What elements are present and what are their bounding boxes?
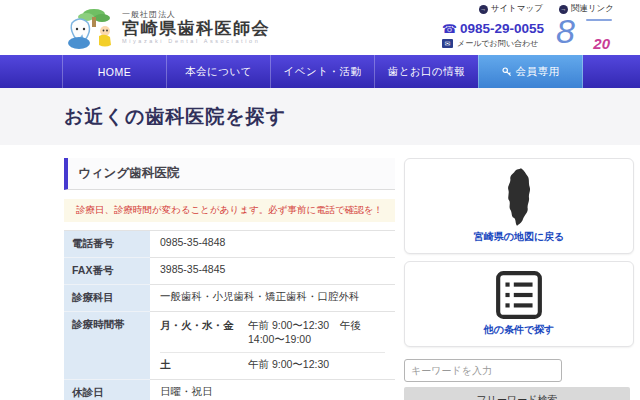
page: 一般社団法人 宮崎県歯科医師会 Miyazaki Dental Associat… — [0, 0, 640, 400]
logo-8020-twenty: 20 — [593, 35, 610, 52]
row-label: 診療科目 — [64, 285, 150, 312]
page-title: お近くの歯科医院を探す — [64, 104, 286, 130]
nav-label: 本会について — [185, 65, 252, 79]
schedule-time: 午前 9:00〜12:30 午後 14:00〜19:00 — [248, 319, 385, 347]
logo-8020-eight: 8 — [556, 12, 575, 51]
phone-link[interactable]: ☎ 0985-29-0055 — [442, 21, 544, 36]
schedule-time: 午前 9:00〜12:30 — [248, 358, 329, 372]
clinic-info-table: 電話番号 0985-35-4848 FAX番号 3985-35-4845 診療科… — [64, 230, 395, 400]
phone-number: 0985-29-0055 — [460, 21, 544, 36]
keyword-input[interactable] — [404, 359, 562, 382]
sitemap-link-label: サイトマップ — [491, 3, 543, 15]
table-row-fax: FAX番号 3985-35-4845 — [64, 258, 395, 285]
nav-label: 会員専用 — [516, 65, 560, 79]
nav-item-home[interactable]: HOME — [62, 55, 166, 88]
row-label: 休診日 — [64, 380, 150, 400]
nav-item-dental-info[interactable]: 歯とお口の情報 — [374, 55, 478, 88]
org-name-en: Miyazaki Dental Association — [122, 38, 270, 44]
key-icon — [502, 67, 512, 77]
table-row-phone: 電話番号 0985-35-4848 — [64, 231, 395, 258]
table-row-departments: 診療科目 一般歯科・小児歯科・矯正歯科・口腔外科 — [64, 285, 395, 312]
nav-label: HOME — [98, 66, 132, 78]
sitemap-link[interactable]: サイトマップ — [479, 3, 543, 15]
mascot-icon — [64, 5, 118, 51]
schedule-days: 土 — [160, 358, 248, 372]
back-to-map-link[interactable]: 宮崎県の地図に戻る — [413, 230, 625, 244]
row-label: 診療時間帯 — [64, 312, 150, 380]
contact-col: ☎ 0985-29-0055 メールでお問い合わせ — [442, 21, 544, 49]
row-value: 3985-35-4845 — [150, 258, 395, 285]
sidebar: 宮崎県の地図に戻る 他の条件で探す フリーワード検索 — [404, 158, 634, 400]
site-logo[interactable]: 一般社団法人 宮崎県歯科医師会 Miyazaki Dental Associat… — [64, 5, 270, 51]
org-name: 宮崎県歯科医師会 — [122, 20, 270, 39]
logo-8020: 8 20 — [556, 18, 614, 52]
other-conditions-card[interactable]: 他の条件で探す — [404, 261, 634, 347]
row-label: 電話番号 — [64, 231, 150, 258]
table-row-closed: 休診日 日曜・祝日 ※第3土曜日は休診 — [64, 380, 395, 400]
contact-row: ☎ 0985-29-0055 メールでお問い合わせ 8 20 — [442, 18, 614, 52]
mail-icon — [442, 39, 453, 48]
closed-days: 日曜・祝日 — [160, 385, 385, 399]
schedule-days: 月・火・水・金 — [160, 319, 248, 347]
schedule-line: 土 午前 9:00〜12:30 — [160, 356, 385, 374]
clinic-name-heading: ウィング歯科医院 — [64, 158, 395, 190]
site-header: 一般社団法人 宮崎県歯科医師会 Miyazaki Dental Associat… — [0, 0, 640, 55]
row-value: 月・火・水・金 午前 9:00〜12:30 午後 14:00〜19:00 土 午… — [150, 312, 395, 380]
nav-label: 歯とお口の情報 — [388, 65, 466, 79]
nav-item-events[interactable]: イベント・活動 — [270, 55, 374, 88]
nav-item-members-only[interactable]: 会員専用 — [478, 55, 583, 88]
table-row-hours: 診療時間帯 月・火・水・金 午前 9:00〜12:30 午後 14:00〜19:… — [64, 312, 395, 380]
row-label: FAX番号 — [64, 258, 150, 285]
mail-contact-label: メールでお問い合わせ — [457, 38, 538, 49]
main-content: ウィング歯科医院 診療日、診療時間が変わることがあります。必ず事前に電話で確認を… — [0, 145, 640, 400]
row-value: 0985-35-4848 — [150, 231, 395, 258]
schedule-line: 月・火・水・金 午前 9:00〜12:30 午後 14:00〜19:00 — [160, 317, 385, 353]
mail-contact-link[interactable]: メールでお問い合わせ — [442, 38, 538, 49]
logo-text: 一般社団法人 宮崎県歯科医師会 Miyazaki Dental Associat… — [122, 11, 270, 45]
utility-links: サイトマップ 関連リンク — [479, 3, 614, 15]
clinic-detail-panel: ウィング歯科医院 診療日、診療時間が変わることがあります。必ず事前に電話で確認を… — [64, 158, 395, 400]
title-band: お近くの歯科医院を探す — [0, 88, 640, 145]
row-value: 日曜・祝日 ※第3土曜日は休診 — [150, 380, 395, 400]
list-icon — [494, 270, 544, 320]
clinic-notice: 診療日、診療時間が変わることがあります。必ず事前に電話で確認を！ — [64, 199, 395, 222]
row-value: 一般歯科・小児歯科・矯正歯科・口腔外科 — [150, 285, 395, 312]
freeword-search-button[interactable]: フリーワード検索 — [404, 387, 630, 400]
map-card[interactable]: 宮崎県の地図に戻る — [404, 158, 634, 254]
related-links-label: 関連リンク — [571, 3, 614, 15]
nav-label: イベント・活動 — [284, 65, 362, 79]
arrow-circle-icon — [479, 5, 488, 14]
header-utility: サイトマップ 関連リンク ☎ 0985-29-0055 メールでお問い合わせ — [442, 3, 614, 52]
nav-item-about[interactable]: 本会について — [166, 55, 270, 88]
miyazaki-map-icon — [493, 167, 545, 227]
phone-icon: ☎ — [442, 22, 457, 36]
main-nav: HOME 本会について イベント・活動 歯とお口の情報 会員専用 — [0, 55, 640, 88]
other-conditions-link[interactable]: 他の条件で探す — [413, 323, 625, 337]
